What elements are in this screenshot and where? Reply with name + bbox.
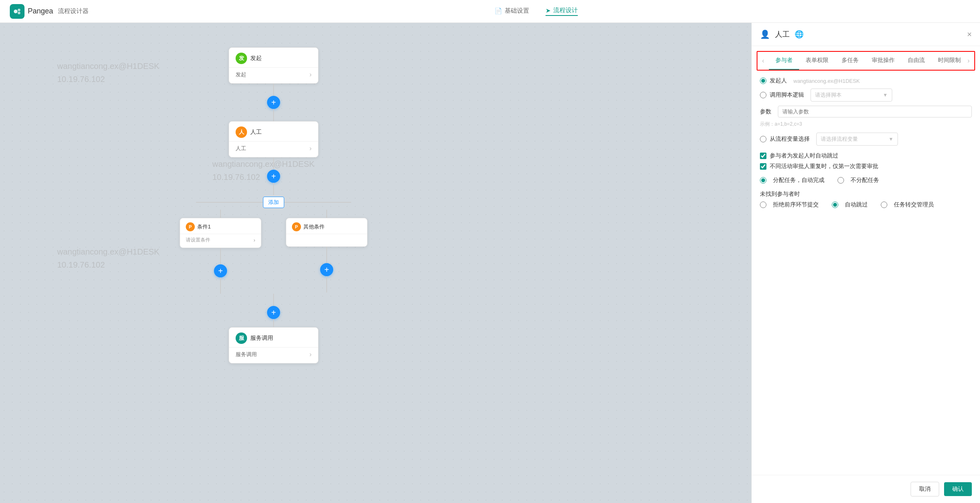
node-service-header: 服 服务调用 [229, 328, 318, 347]
branch-node-2-header: P 其他条件 [286, 218, 367, 234]
globe-icon: 🌐 [795, 30, 804, 39]
initiator-radio[interactable] [760, 78, 766, 84]
panel-title: 人工 [775, 29, 790, 39]
logo: Pangea 流程设计器 [10, 4, 89, 19]
flow-container: 发 发起 发起 › + 人 人工 [155, 47, 392, 363]
header: Pangea 流程设计器 📄 基础设置 ➤ 流程设计 [0, 0, 980, 23]
flow-var-radio[interactable] [760, 136, 766, 142]
branch-cond1: P 条件1 请设置条件 › + [180, 210, 261, 294]
node-service-title: 服务调用 [250, 335, 273, 342]
branch-connector-2 [326, 276, 327, 292]
add-btn-after-branch[interactable]: + [267, 306, 280, 319]
flow-icon: ➤ [546, 7, 551, 14]
reject-label: 拒绝前序环节提交 [773, 201, 819, 208]
panel-tabs-wrapper: ‹ 参与者 表单权限 多任务 审批操作 自由流 时间限制 › [757, 51, 975, 71]
tab-prev-arrow[interactable]: ‹ [757, 57, 769, 64]
assign-no-label: 不分配任务 [851, 177, 879, 184]
app-subtitle: 流程设计器 [58, 7, 89, 15]
confirm-button[interactable]: 确认 [944, 482, 972, 496]
cancel-button[interactable]: 取消 [911, 482, 939, 496]
chevron-right-icon-4: › [310, 351, 312, 358]
auto-skip-label: 自动跳过 [845, 201, 868, 208]
panel-footer: 取消 确认 [752, 475, 980, 503]
node-start-header: 发 发起 [229, 48, 318, 67]
connector-3 [273, 157, 274, 170]
checkbox-first-approve-label: 不同活动审批人重复时，仅第一次需要审批 [770, 163, 878, 170]
branch-node-1-title: 条件1 [197, 223, 211, 230]
branch-connector-1 [220, 277, 221, 294]
script-select[interactable]: 请选择脚本 ▼ [811, 89, 892, 102]
initiator-section: 发起人 wangtiancong.ex@H1DESK 调用脚本逻辑 请选择脚本 … [760, 77, 972, 146]
script-radio-group: 调用脚本逻辑 请选择脚本 ▼ [760, 89, 972, 102]
nav-basic-settings[interactable]: 📄 基础设置 [494, 7, 529, 16]
add-btn-branch-2[interactable]: + [320, 263, 333, 276]
branch-cond2: P 其他条件 + [286, 210, 368, 294]
branch-node-1-body: 请设置条件 › [180, 234, 261, 248]
transfer-label: 任务转交管理员 [894, 201, 934, 208]
flow-var-radio-group: 从流程变量选择 请选择流程变量 ▼ [760, 133, 972, 146]
chevron-right-icon: › [310, 71, 312, 78]
node-human-icon: 人 [236, 126, 247, 138]
branch-node-1-icon: P [186, 222, 195, 231]
node-start[interactable]: 发 发起 发起 › [229, 47, 318, 84]
node-human-header: 人 人工 [229, 122, 318, 141]
branch-node-2[interactable]: P 其他条件 [286, 218, 368, 247]
tab-multi-task[interactable]: 多任务 [835, 52, 865, 70]
add-branch-button[interactable]: 添加 [263, 197, 284, 208]
panel-header: 👤 人工 🌐 × [752, 23, 980, 46]
panel-close-button[interactable]: × [967, 30, 972, 39]
flow-var-label: 从流程变量选择 [770, 135, 810, 143]
node-human-title: 人工 [250, 129, 262, 136]
svg-point-0 [14, 9, 18, 13]
panel-body: 发起人 wangtiancong.ex@H1DESK 调用脚本逻辑 请选择脚本 … [752, 71, 980, 475]
select-arrow-icon: ▼ [883, 92, 888, 98]
param-hint: 示例：a=1,b=2,c=3 [760, 121, 972, 128]
tab-next-arrow[interactable]: › [963, 57, 974, 64]
tab-time-limit[interactable]: 时间限制 [931, 52, 963, 70]
canvas[interactable]: wangtiancong.ex@H1DESK 10.19.76.102 wang… [0, 23, 751, 503]
checkbox-auto-skip[interactable] [760, 153, 766, 159]
main: wangtiancong.ex@H1DESK 10.19.76.102 wang… [0, 23, 980, 503]
connector-after-branch [273, 294, 274, 306]
tab-participants[interactable]: 参与者 [769, 52, 799, 70]
svg-point-1 [18, 9, 20, 11]
add-btn-branch-1[interactable]: + [214, 264, 227, 277]
script-radio[interactable] [760, 92, 766, 98]
assign-auto-radio[interactable] [760, 177, 766, 184]
tab-form-permissions[interactable]: 表单权限 [799, 52, 835, 70]
connector-1 [273, 84, 274, 96]
panel-title-row: 👤 人工 🌐 [760, 29, 804, 39]
tab-approve-ops[interactable]: 审批操作 [865, 52, 901, 70]
app-name: Pangea [28, 7, 53, 16]
auto-skip-radio[interactable] [832, 202, 838, 208]
checkbox-first-approve[interactable] [760, 163, 766, 170]
svg-point-2 [18, 11, 20, 14]
param-row: 参数 [760, 106, 972, 117]
assign-section: 分配任务，自动完成 不分配任务 [760, 177, 972, 184]
branch-line-top-1 [220, 210, 221, 218]
branch-node-1[interactable]: P 条件1 请设置条件 › [180, 218, 261, 248]
param-input[interactable] [778, 106, 972, 117]
transfer-radio[interactable] [881, 202, 887, 208]
checkbox-first-approve-row: 不同活动审批人重复时，仅第一次需要审批 [760, 163, 972, 170]
add-btn-2[interactable]: + [267, 170, 280, 183]
logo-icon [10, 4, 24, 19]
branch-section: 添加 P 条件1 请设置条件 [155, 195, 392, 327]
node-human-body: 人工 › [229, 141, 318, 157]
assign-no-radio[interactable] [837, 177, 844, 184]
node-human[interactable]: 人 人工 人工 › [229, 121, 318, 157]
assign-row: 分配任务，自动完成 不分配任务 [760, 177, 972, 184]
node-service[interactable]: 服 服务调用 服务调用 › [229, 327, 318, 363]
initiator-radio-group: 发起人 wangtiancong.ex@H1DESK [760, 77, 972, 84]
tab-free-flow[interactable]: 自由流 [901, 52, 931, 70]
branch-node-2-icon: P [292, 222, 301, 231]
flow-var-select[interactable]: 请选择流程变量 ▼ [816, 133, 898, 146]
param-label: 参数 [760, 108, 775, 115]
reject-radio[interactable] [760, 202, 766, 208]
not-found-options: 拒绝前序环节提交 自动跳过 任务转交管理员 [760, 201, 972, 208]
header-nav: 📄 基础设置 ➤ 流程设计 [102, 7, 970, 16]
add-btn-1[interactable]: + [267, 96, 280, 109]
nav-flow-design[interactable]: ➤ 流程设计 [546, 7, 578, 16]
node-start-title: 发起 [250, 55, 262, 62]
assign-auto-label: 分配任务，自动完成 [773, 177, 824, 184]
